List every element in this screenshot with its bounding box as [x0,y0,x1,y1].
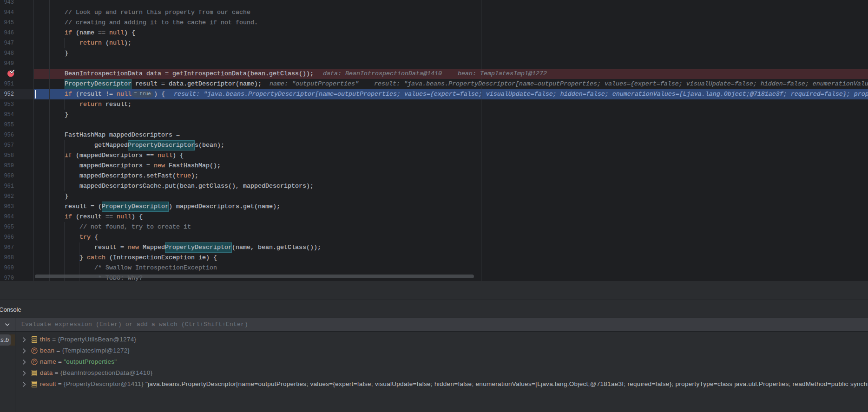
svg-text:P: P [33,360,36,364]
svg-text:P: P [33,348,36,353]
